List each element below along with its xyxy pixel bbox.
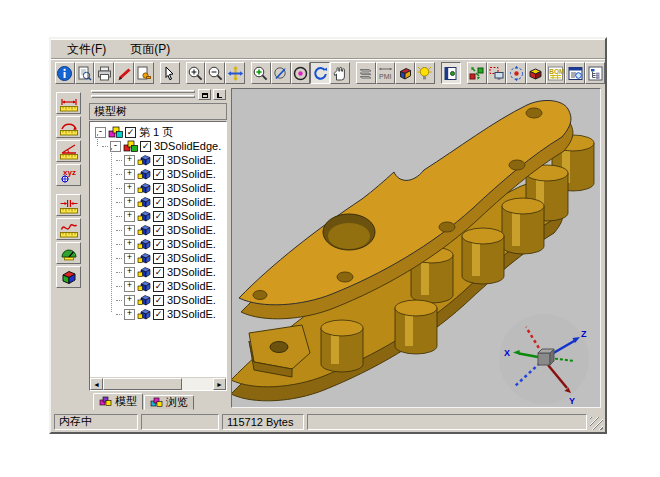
tree-row-part: +✓3DSolidE. — [92, 153, 226, 167]
select-button[interactable] — [160, 62, 180, 84]
scroll-thumb[interactable] — [103, 378, 182, 390]
visibility-checkbox[interactable]: ✓ — [153, 183, 164, 194]
viewport-3d[interactable]: X Z Y — [231, 88, 601, 408]
tree-label[interactable]: 3DSolidE. — [166, 168, 217, 180]
expand-toggle-icon[interactable]: + — [124, 309, 135, 320]
part-icon — [137, 238, 151, 250]
status-memory: 内存中 — [54, 414, 138, 430]
explode-icon — [468, 65, 485, 82]
measure-distance-button[interactable] — [56, 92, 81, 114]
rotate-button[interactable] — [310, 62, 330, 84]
measure-area-button[interactable] — [56, 242, 81, 264]
tree-label[interactable]: 3DSolidE. — [166, 294, 217, 306]
menu-file[interactable]: 文件(F) — [65, 40, 108, 59]
visibility-checkbox[interactable]: ✓ — [153, 211, 164, 222]
tab-model[interactable]: 模型 — [93, 393, 143, 410]
tree-label[interactable]: 3DSolidE. — [166, 182, 217, 194]
part-icon — [137, 224, 151, 236]
orientation-trackball[interactable]: X Z Y — [496, 311, 592, 407]
notebook-button[interactable] — [441, 62, 461, 84]
measure-angle-button[interactable] — [56, 140, 81, 162]
visibility-checkbox[interactable]: ✓ — [153, 309, 164, 320]
expand-toggle-icon[interactable]: + — [124, 225, 135, 236]
explode-button[interactable] — [467, 62, 487, 84]
expand-toggle-icon[interactable]: + — [124, 253, 135, 264]
structure-tree-button[interactable] — [585, 62, 605, 84]
expand-toggle-icon[interactable]: + — [124, 155, 135, 166]
scroll-right-button[interactable]: ► — [213, 378, 226, 390]
panel-float-button[interactable] — [198, 89, 211, 100]
tree-label[interactable]: 3DSolidE. — [166, 252, 217, 264]
zoom-window-button[interactable] — [251, 62, 271, 84]
layers-icon — [357, 65, 374, 82]
bom-button[interactable]: BOM — [546, 62, 566, 84]
panel-hide-button[interactable] — [213, 89, 226, 100]
tree-label[interactable]: 3DSolidE. — [166, 266, 217, 278]
visibility-checkbox[interactable]: ✓ — [153, 239, 164, 250]
expand-toggle-icon[interactable]: + — [124, 239, 135, 250]
measure-min-distance-button[interactable] — [56, 194, 81, 216]
visibility-checkbox[interactable]: ✓ — [153, 267, 164, 278]
tree-row-assembly: - ✓ 3DSolidEdge. — [92, 139, 226, 153]
scroll-left-button[interactable]: ◄ — [90, 378, 103, 390]
report-button[interactable] — [565, 62, 585, 84]
panel-gripper[interactable] — [91, 90, 195, 93]
measure-coordinate-button[interactable]: xyz — [56, 164, 81, 186]
expand-toggle-icon[interactable]: + — [124, 267, 135, 278]
spin-view-button[interactable] — [506, 62, 526, 84]
tree-label[interactable]: 3DSolidE. — [166, 224, 217, 236]
pan-axes-button[interactable] — [225, 62, 245, 84]
export-button[interactable] — [134, 62, 154, 84]
orbit-button[interactable] — [291, 62, 311, 84]
capture-button[interactable] — [487, 62, 507, 84]
menu-page[interactable]: 页面(P) — [128, 40, 172, 59]
visibility-checkbox[interactable]: ✓ — [140, 141, 151, 152]
tree-label[interactable]: 3DSolidEdge. — [153, 140, 222, 152]
visibility-checkbox[interactable]: ✓ — [153, 253, 164, 264]
expand-toggle-icon[interactable]: + — [124, 183, 135, 194]
measure-curve-length-button[interactable] — [56, 218, 81, 240]
resize-grip[interactable] — [590, 417, 603, 430]
tree-label[interactable]: 3DSolidE. — [166, 196, 217, 208]
visibility-checkbox[interactable]: ✓ — [153, 225, 164, 236]
visibility-checkbox[interactable]: ✓ — [153, 169, 164, 180]
tree-label[interactable]: 3DSolidE. — [166, 308, 217, 320]
zoom-in-button[interactable] — [186, 62, 206, 84]
measure-radius-button[interactable] — [56, 116, 81, 138]
tree-label[interactable]: 第 1 页 — [138, 125, 174, 140]
panel-titlebar[interactable] — [89, 89, 227, 101]
expand-toggle-icon[interactable]: + — [124, 211, 135, 222]
tree-label[interactable]: 3DSolidE. — [166, 210, 217, 222]
export-document-icon — [135, 65, 152, 82]
markup-button[interactable] — [114, 62, 134, 84]
visibility-checkbox[interactable]: ✓ — [153, 281, 164, 292]
expand-toggle-icon[interactable]: + — [124, 281, 135, 292]
print-button[interactable] — [94, 62, 114, 84]
preview-button[interactable] — [75, 62, 95, 84]
tree-label[interactable]: 3DSolidE. — [166, 238, 217, 250]
info-button[interactable] — [55, 62, 75, 84]
spin-view-icon — [508, 65, 525, 82]
visibility-checkbox[interactable]: ✓ — [153, 295, 164, 306]
measure-volume-button[interactable] — [56, 266, 81, 288]
view3d-button[interactable] — [395, 62, 415, 84]
tree-label[interactable]: 3DSolidE. — [166, 154, 217, 166]
tree-horizontal-scrollbar[interactable]: ◄ ► — [90, 377, 226, 390]
zoom-out-button[interactable] — [205, 62, 225, 84]
light-button[interactable] — [415, 62, 435, 84]
hand-pan-button[interactable] — [330, 62, 350, 84]
visibility-checkbox[interactable]: ✓ — [125, 127, 136, 138]
visibility-checkbox[interactable]: ✓ — [153, 155, 164, 166]
layers-button[interactable] — [356, 62, 376, 84]
visibility-checkbox[interactable]: ✓ — [153, 197, 164, 208]
expand-toggle-icon[interactable]: + — [124, 295, 135, 306]
tab-browse[interactable]: 浏览 — [144, 395, 194, 410]
solids-button[interactable] — [526, 62, 546, 84]
panel-gripper[interactable] — [91, 95, 195, 98]
pmi-button[interactable]: PMI — [376, 62, 396, 84]
tree-label[interactable]: 3DSolidE. — [166, 280, 217, 292]
zoom-dynamic-button[interactable] — [271, 62, 291, 84]
expand-toggle-icon[interactable]: + — [124, 197, 135, 208]
expand-toggle-icon[interactable]: + — [124, 169, 135, 180]
scroll-track[interactable] — [103, 378, 213, 390]
